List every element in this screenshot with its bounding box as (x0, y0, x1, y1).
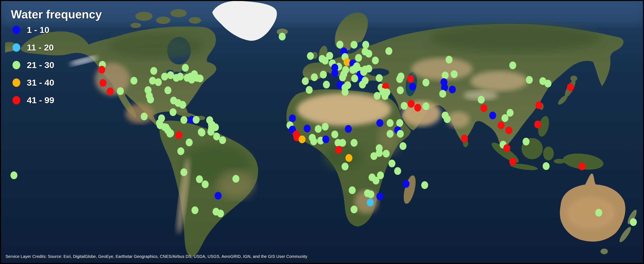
map-point[interactable] (155, 78, 162, 86)
map-point[interactable] (342, 88, 348, 96)
map-point[interactable] (478, 96, 485, 104)
map-point[interactable] (362, 41, 369, 49)
map-point[interactable] (304, 125, 311, 132)
map-point[interactable] (359, 81, 366, 89)
map-point[interactable] (367, 190, 374, 198)
map-point[interactable] (179, 101, 186, 109)
map-point[interactable] (219, 136, 226, 144)
map-point[interactable] (339, 139, 346, 147)
map-point[interactable] (502, 114, 508, 122)
map-point[interactable] (310, 137, 317, 145)
map-point[interactable] (279, 33, 286, 40)
map-point[interactable] (407, 75, 414, 83)
map-point[interactable] (349, 186, 356, 194)
map-point[interactable] (401, 102, 408, 110)
map-point[interactable] (365, 50, 372, 58)
map-point[interactable] (376, 119, 383, 127)
map-point[interactable] (522, 138, 530, 145)
map-point[interactable] (397, 86, 404, 94)
map-point[interactable] (331, 69, 338, 77)
map-point[interactable] (526, 76, 533, 84)
map-point[interactable] (107, 87, 114, 95)
map-point[interactable] (374, 92, 381, 100)
map-point[interactable] (595, 209, 602, 217)
map-point[interactable] (186, 138, 193, 146)
map-point[interactable] (377, 171, 384, 179)
map-point[interactable] (505, 127, 512, 134)
map-point[interactable] (150, 67, 157, 75)
map-point[interactable] (164, 86, 172, 94)
map-point[interactable] (461, 135, 468, 142)
map-point[interactable] (315, 125, 322, 133)
map-point[interactable] (439, 90, 446, 98)
map-point[interactable] (198, 128, 205, 136)
map-point[interactable] (202, 180, 209, 188)
map-point[interactable] (388, 160, 396, 167)
map-point[interactable] (376, 149, 383, 157)
map-point[interactable] (117, 87, 124, 95)
map-point[interactable] (444, 115, 451, 123)
map-point[interactable] (289, 115, 296, 122)
map-point[interactable] (544, 80, 552, 87)
map-point[interactable] (175, 131, 182, 139)
map-point[interactable] (323, 81, 330, 89)
map-point[interactable] (360, 68, 367, 76)
map-point[interactable] (382, 92, 388, 100)
map-point[interactable] (302, 77, 309, 85)
map-point[interactable] (335, 146, 342, 154)
map-point[interactable] (372, 57, 379, 64)
map-point[interactable] (346, 154, 352, 162)
map-point[interactable] (311, 73, 318, 81)
map-point[interactable] (543, 162, 550, 170)
map-point[interactable] (326, 52, 333, 60)
map-point[interactable] (396, 119, 403, 127)
map-point[interactable] (320, 71, 327, 78)
map-point[interactable] (351, 75, 358, 82)
map-point[interactable] (386, 47, 392, 55)
map-point[interactable] (422, 79, 430, 86)
map-point[interactable] (422, 102, 430, 110)
map-point[interactable] (534, 121, 541, 128)
map-point[interactable] (345, 125, 352, 133)
map-point[interactable] (307, 52, 314, 60)
map-point[interactable] (386, 119, 394, 127)
map-point[interactable] (480, 104, 487, 112)
map-point[interactable] (442, 72, 449, 79)
map-point[interactable] (232, 175, 240, 183)
map-point[interactable] (350, 41, 358, 49)
map-point[interactable] (503, 144, 510, 152)
map-point[interactable] (167, 129, 174, 137)
map-point[interactable] (180, 168, 187, 176)
map-point[interactable] (192, 206, 198, 214)
map-point[interactable] (414, 104, 421, 112)
map-point[interactable] (451, 70, 458, 78)
map-point[interactable] (331, 131, 338, 138)
map-point[interactable] (376, 74, 383, 82)
map-point[interactable] (298, 135, 306, 143)
map-point[interactable] (141, 113, 148, 120)
map-point[interactable] (409, 83, 416, 91)
map-point[interactable] (350, 206, 358, 213)
map-point[interactable] (396, 75, 403, 83)
map-point[interactable] (344, 81, 351, 89)
map-point[interactable] (182, 64, 189, 72)
map-point[interactable] (196, 75, 204, 82)
map-point[interactable] (449, 86, 456, 93)
map-point[interactable] (214, 192, 222, 200)
map-point[interactable] (339, 74, 346, 81)
map-point[interactable] (489, 112, 496, 119)
map-point[interactable] (322, 123, 329, 131)
map-point[interactable] (170, 108, 176, 116)
map-point[interactable] (322, 135, 329, 143)
map-point[interactable] (394, 167, 401, 175)
map-point[interactable] (536, 101, 542, 109)
map-point[interactable] (342, 163, 348, 170)
map-point[interactable] (408, 100, 415, 108)
map-point[interactable] (498, 121, 504, 129)
map-point[interactable] (306, 86, 313, 94)
map-point[interactable] (177, 73, 184, 81)
map-point[interactable] (578, 162, 586, 170)
map-point[interactable] (177, 147, 184, 155)
map-point[interactable] (400, 142, 406, 150)
map-point[interactable] (193, 116, 200, 124)
